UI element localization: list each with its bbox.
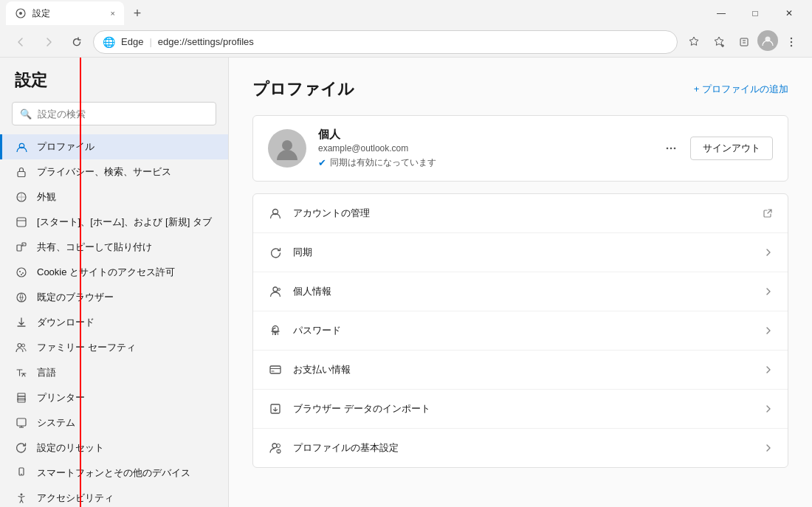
profile-settings-icon [268, 441, 283, 455]
sidebar-item-profiles[interactable]: プロファイル [0, 134, 228, 159]
svg-point-21 [22, 272, 24, 274]
settings-item-profile-settings[interactable]: プロファイルの基本設定 [253, 429, 788, 467]
tab-settings-icon [15, 7, 27, 19]
import-icon [268, 401, 283, 416]
signout-button[interactable]: サインアウト [690, 137, 773, 160]
settings-item-password[interactable]: パスワード [253, 311, 788, 351]
settings-item-import[interactable]: ブラウザー データのインポート [253, 390, 788, 429]
navbar: 🌐 Edge | edge://settings/profiles [0, 27, 812, 58]
active-tab[interactable]: 設定 × [6, 1, 124, 25]
sidebar-item-system-label: システム [37, 416, 75, 430]
profile-sync-status: ✔ 同期は有効になっています [318, 156, 647, 169]
profile-card: 個人 example@outlook.com ✔ 同期は有効になっています サイ… [252, 115, 788, 182]
chevron-right-icon [764, 248, 773, 257]
settings-item-personal[interactable]: 個人情報 [253, 272, 788, 311]
address-url: edge://settings/profiles [158, 36, 254, 47]
chevron-right-icon [764, 326, 773, 335]
language-icon [15, 366, 28, 379]
sidebar-item-share[interactable]: 共有、コピーして貼り付け [0, 235, 228, 260]
profile-more-button[interactable] [659, 137, 683, 160]
start-icon [15, 215, 28, 229]
search-icon: 🔍 [20, 108, 32, 120]
address-bar[interactable]: 🌐 Edge | edge://settings/profiles [93, 30, 678, 54]
sidebar-item-reset[interactable]: 設定のリセット [0, 435, 228, 461]
forward-button[interactable] [37, 30, 61, 54]
svg-rect-29 [17, 418, 26, 426]
avatar [268, 129, 306, 168]
family-icon [15, 341, 28, 354]
svg-point-25 [18, 344, 21, 348]
sidebar: 設定 🔍 プロファイル プライバシー、検索、サービス 外観 [0, 58, 229, 507]
settings-search-box[interactable]: 🔍 [12, 102, 216, 125]
svg-point-8 [791, 37, 792, 38]
new-tab-button[interactable]: + [127, 3, 148, 24]
favorites-star-icon[interactable] [682, 30, 706, 54]
sidebar-item-phone[interactable]: スマートフォンとその他のデバイス [0, 461, 228, 486]
more-menu-button[interactable] [780, 30, 803, 54]
settings-item-account[interactable]: アカウントの管理 [253, 194, 788, 233]
settings-item-import-label: ブラウザー データのインポート [293, 402, 754, 415]
svg-rect-44 [270, 366, 281, 373]
sidebar-item-printer-label: プリンター [37, 391, 85, 404]
sidebar-item-appearance[interactable]: 外観 [0, 184, 228, 210]
maximize-button[interactable]: □ [738, 1, 772, 25]
sidebar-item-start[interactable]: [スタート]、[ホーム]、および [新規] タブ [0, 210, 228, 235]
sidebar-item-privacy[interactable]: プライバシー、検索、サービス [0, 159, 228, 184]
svg-point-37 [667, 148, 669, 150]
accessibility-icon [15, 492, 28, 505]
sidebar-item-cookies[interactable]: Cookie とサイトのアクセス許可 [0, 260, 228, 285]
sidebar-item-appearance-label: 外観 [37, 190, 56, 204]
svg-point-38 [670, 148, 672, 150]
sidebar-item-family[interactable]: ファミリー セーフティ [0, 335, 228, 360]
back-button[interactable] [9, 30, 32, 54]
nav-actions [682, 30, 803, 54]
sidebar-item-system[interactable]: システム [0, 410, 228, 435]
sidebar-item-phone-label: スマートフォンとその他のデバイス [37, 466, 190, 480]
main-layout: 設定 🔍 プロファイル プライバシー、検索、サービス 外観 [0, 58, 812, 507]
svg-point-26 [22, 344, 25, 347]
sidebar-item-accessibility[interactable]: アクセシビリティ [0, 486, 228, 507]
settings-item-sync-label: 同期 [293, 246, 754, 259]
printer-icon [15, 391, 28, 404]
profile-info: 個人 example@outlook.com ✔ 同期は有効になっています [318, 128, 647, 169]
sidebar-item-downloads[interactable]: ダウンロード [0, 310, 228, 335]
content-area: プロファイル + プロファイルの追加 個人 example@outlook.co… [229, 58, 812, 507]
edge-logo-icon: 🌐 [103, 36, 115, 48]
sidebar-item-reset-label: 設定のリセット [37, 441, 104, 455]
personal-icon [268, 284, 283, 299]
sidebar-item-language[interactable]: 言語 [0, 360, 228, 385]
tab-close-button[interactable]: × [111, 9, 115, 18]
sidebar-item-default-browser[interactable]: 既定のブラウザー [0, 285, 228, 310]
sync-status-text: 同期は有効になっています [330, 156, 436, 169]
svg-point-1 [19, 12, 22, 15]
close-button[interactable]: ✕ [772, 1, 806, 25]
settings-item-sync[interactable]: 同期 [253, 233, 788, 272]
sidebar-item-printer[interactable]: プリンター [0, 385, 228, 410]
password-icon [268, 323, 283, 338]
sidebar-item-cookies-label: Cookie とサイトのアクセス許可 [37, 266, 175, 279]
add-profile-button[interactable]: + プロファイルの追加 [694, 83, 788, 96]
address-edge-label: Edge [121, 36, 143, 47]
sidebar-item-privacy-label: プライバシー、検索、サービス [37, 165, 171, 179]
minimize-button[interactable]: — [704, 1, 738, 25]
profile-actions: サインアウト [659, 137, 773, 160]
search-input[interactable] [38, 108, 208, 120]
page-title: プロファイル [252, 78, 354, 100]
cookies-icon [15, 266, 28, 279]
svg-rect-16 [17, 245, 21, 251]
sidebar-item-language-label: 言語 [37, 366, 56, 379]
settings-item-profile-settings-label: プロファイルの基本設定 [293, 441, 754, 455]
default-browser-icon [15, 291, 28, 304]
add-favorites-icon[interactable] [707, 30, 731, 54]
sync-icon [268, 245, 283, 260]
external-link-icon [763, 208, 773, 218]
profile-button[interactable] [757, 30, 778, 51]
settings-item-payment-label: お支払い情報 [293, 363, 754, 376]
collections-icon[interactable] [732, 30, 756, 54]
sidebar-item-start-label: [スタート]、[ホーム]、および [新規] タブ [37, 215, 212, 229]
refresh-button[interactable] [65, 30, 89, 54]
settings-item-payment[interactable]: お支払い情報 [253, 351, 788, 390]
sidebar-item-profiles-label: プロファイル [37, 140, 94, 154]
chevron-right-icon [764, 365, 773, 374]
settings-item-personal-label: 個人情報 [293, 285, 754, 298]
